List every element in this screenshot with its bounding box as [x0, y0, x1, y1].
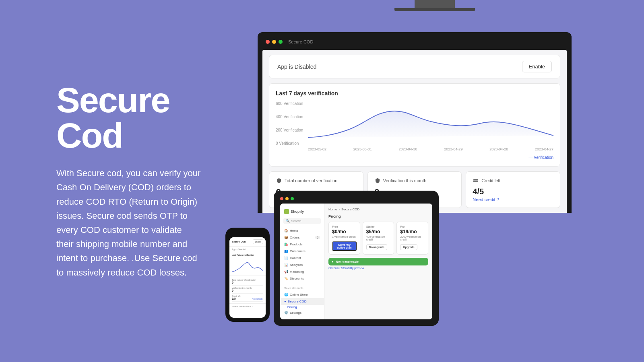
chart-legend: — Verification — [276, 155, 553, 160]
tablet-nav-customers[interactable]: 👥 Customers — [280, 248, 324, 255]
mobile-stat-credit-value: 3/5 — [232, 297, 236, 300]
chart-date-3: 2023-04-30 — [399, 147, 417, 151]
mobile-need-credit-link[interactable]: Need credit? — [252, 298, 263, 300]
tablet-nav-secure-cod[interactable]: ● Secure COD — [280, 298, 324, 305]
tablet-nav-analytics[interactable]: 📊 Analytics — [280, 261, 324, 268]
tablet-nav-discounts[interactable]: 🏷️ Discounts — [280, 275, 324, 282]
mobile-disabled-text: App is Disabled — [229, 247, 266, 252]
stat-value-credit: 4/5 — [473, 187, 553, 196]
mobile-stat-monthly-value: 0 — [232, 289, 263, 292]
pricing-cards: Free $0/mo 1 verification credit Current… — [328, 222, 428, 255]
pricing-tier-free: Free — [332, 225, 357, 228]
chart-date-5: 2023-04-28 — [489, 147, 508, 151]
monitor-expand-dot — [279, 40, 283, 44]
pricing-btn-pro[interactable]: Upgrade — [400, 244, 417, 250]
tablet-shopify-label: Shopify — [291, 210, 304, 214]
notification-icon: ● — [332, 260, 334, 263]
tablet-top-bar — [280, 197, 432, 200]
tablet-nav-products[interactable]: 🛍️ Products — [280, 241, 324, 248]
mobile-stat-credit: Credit left 3/5 Need credit? — [232, 294, 263, 302]
hero-title: Secure Cod — [56, 82, 201, 153]
tablet-search-bar[interactable]: 🔍 Search — [283, 218, 321, 224]
chart-date-4: 2023-04-29 — [444, 147, 462, 151]
tablet-main: Home › Secure COD Pricing Free $0/mo 1 v… — [324, 204, 432, 319]
pricing-amount-starter: $5/mo — [366, 229, 391, 234]
pricing-card-starter: Starter $5/mo 400 verification credit Do… — [363, 222, 394, 255]
tablet-sales-channels-label: Sales channels — [280, 285, 324, 291]
tablet-nav-marketing[interactable]: 📢 Marketing — [280, 268, 324, 275]
mobile-screen: Secure COD Enable App is Disabled Last 7… — [229, 237, 266, 318]
tablet-pricing-link[interactable]: Pricing — [280, 305, 324, 309]
stat-label-credit: Credit left — [481, 178, 500, 183]
notification-subtext: Checkout Storability preview — [328, 267, 428, 269]
shopify-icon — [284, 209, 289, 214]
stat-card-credit-header: Credit left — [473, 177, 553, 184]
credit-icon — [473, 177, 479, 184]
chart-label-600: 600 Verification — [276, 101, 303, 106]
tablet-search-icon: 🔍 — [286, 219, 290, 223]
monitor-base — [394, 8, 475, 11]
enable-button[interactable]: Enable — [522, 61, 552, 72]
tablet-screen: Shopify 🔍 Search 🏠 Home 📦 Orders5 🛍️ Pro… — [280, 204, 432, 319]
pricing-amount-free: $0/mo — [332, 229, 357, 234]
shield-icon-total — [276, 177, 282, 184]
tablet-close-dot — [280, 197, 283, 200]
monitor-app-label: Secure COD — [288, 39, 313, 44]
hero-description: With Secure cod, you can verify your Cas… — [56, 166, 201, 280]
chart-date-1: 2023-05-02 — [308, 147, 326, 151]
chart-y-labels: 600 Verification 400 Verification 200 Ve… — [276, 101, 303, 146]
pricing-tier-pro: Pro — [400, 225, 425, 228]
tablet-nav-home[interactable]: 🏠 Home — [280, 227, 324, 234]
tablet-minimize-dot — [285, 197, 289, 200]
chart-section: Last 7 days verification 600 Verificatio… — [269, 83, 560, 167]
tablet-breadcrumb-home: Home — [328, 208, 337, 211]
chart-label-0: 0 Verification — [276, 141, 303, 146]
mobile-credit-row: 3/5 Need credit? — [232, 297, 263, 300]
monitor-top-bar: Secure COD — [262, 37, 567, 47]
mobile-stat-total-value: 0 — [232, 281, 263, 284]
chart-label-200: 200 Verification — [276, 128, 303, 132]
stat-card-total-header: Total number of verification — [276, 177, 357, 184]
chart-x-dates: 2023-05-02 2023-05-01 2023-04-30 2023-04… — [308, 147, 553, 151]
notification-text: Non-transferable — [336, 260, 359, 263]
monitor-close-dot — [266, 40, 270, 44]
desktop-mockup: Secure COD App is Disabled Enable Last 7… — [258, 32, 572, 213]
pricing-card-pro: Pro $19/mo 2000 verification credit Upgr… — [396, 222, 428, 255]
monitor-stand — [415, 0, 455, 8]
tablet-nav-section: 🏠 Home 📦 Orders5 🛍️ Products 👥 Customers… — [280, 226, 324, 284]
tablet-sidebar-header: Shopify — [280, 207, 324, 216]
tablet-nav-settings[interactable]: ⚙️ Settings — [280, 309, 324, 316]
chart-area: 600 Verification 400 Verification 200 Ve… — [276, 101, 553, 154]
mobile-chart-area — [232, 258, 263, 274]
mobile-chart-title: Last 7 days verification — [232, 254, 263, 256]
mobile-app-header: Secure COD Enable — [229, 237, 266, 247]
tablet-expand-dot — [291, 197, 294, 200]
stat-label-monthly: Verification this month — [383, 178, 427, 183]
tablet-breadcrumb-current: Secure COD — [341, 208, 359, 211]
svg-rect-1 — [473, 180, 478, 181]
need-credit-link[interactable]: Need credit ? — [473, 197, 553, 202]
tablet-nav-orders[interactable]: 📦 Orders5 — [280, 234, 324, 241]
mobile-enable-button[interactable]: Enable — [253, 239, 263, 244]
pricing-btn-starter[interactable]: Downgrade — [366, 244, 387, 250]
pricing-desc-pro: 2000 verification credit — [400, 235, 425, 241]
tablet-orders-badge: 5 — [315, 236, 320, 239]
mobile-mockup: Secure COD Enable App is Disabled Last 7… — [225, 228, 270, 322]
tablet-mockup: Shopify 🔍 Search 🏠 Home 📦 Orders5 🛍️ Pro… — [274, 191, 439, 326]
tablet-bottom-notification: ● Non-transferable — [328, 258, 428, 265]
mobile-stats: Total number of verification 0 Verificat… — [229, 276, 266, 303]
tablet-sidebar: Shopify 🔍 Search 🏠 Home 📦 Orders5 🛍️ Pro… — [280, 204, 324, 319]
pricing-amount-pro: $19/mo — [400, 229, 425, 234]
stat-card-monthly-header: Verification this month — [374, 177, 455, 184]
stat-label-total: Total number of verification — [285, 178, 337, 183]
mobile-app-title: Secure COD — [232, 241, 246, 243]
pricing-card-free: Free $0/mo 1 verification credit Current… — [328, 222, 360, 255]
app-disabled-banner: App is Disabled Enable — [269, 55, 560, 78]
shield-icon-monthly — [374, 177, 381, 184]
tablet-nav-online-store[interactable]: 🌐 Online Store — [280, 291, 324, 298]
tablet-nav-content[interactable]: 📄 Content — [280, 255, 324, 261]
mobile-stat-total: Total number of verification 0 — [232, 278, 263, 286]
mobile-stat-monthly: Verification this month 0 — [232, 286, 263, 294]
pricing-btn-free[interactable]: Currently active plan — [332, 241, 357, 251]
chart-date-2: 2023-05-01 — [353, 147, 372, 151]
